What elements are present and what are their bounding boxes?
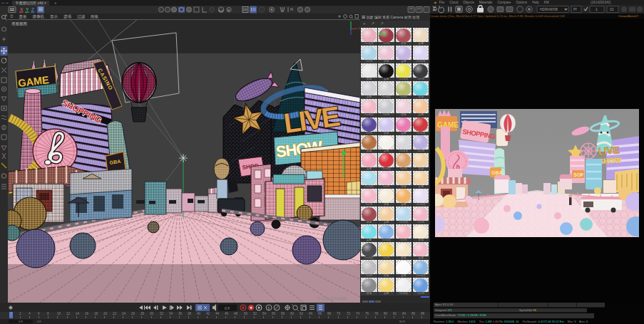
svg-text:Pf: Pf xyxy=(573,7,577,11)
svg-text:Y: Y xyxy=(26,7,29,12)
svg-text:Z: Z xyxy=(31,7,34,12)
svg-text:a: a xyxy=(228,8,230,12)
svg-text:SOF: SOF xyxy=(573,172,584,177)
svg-text:SHOW: SHOW xyxy=(598,156,621,165)
svg-text:LIVE: LIVE xyxy=(598,145,620,157)
svg-text:1: 1 xyxy=(596,7,598,11)
svg-text:GBA: GBA xyxy=(491,170,503,175)
svg-text:0 F: 0 F xyxy=(225,306,230,310)
svg-text:02: 02 xyxy=(610,7,614,11)
svg-text:HDRi/WXB: HDRi/WXB xyxy=(540,7,558,11)
svg-text:X: X xyxy=(20,7,24,12)
svg-text:3: 3 xyxy=(267,306,270,310)
svg-text:渲染器 1920x1080: 渲染器 1920x1080 xyxy=(317,296,347,301)
